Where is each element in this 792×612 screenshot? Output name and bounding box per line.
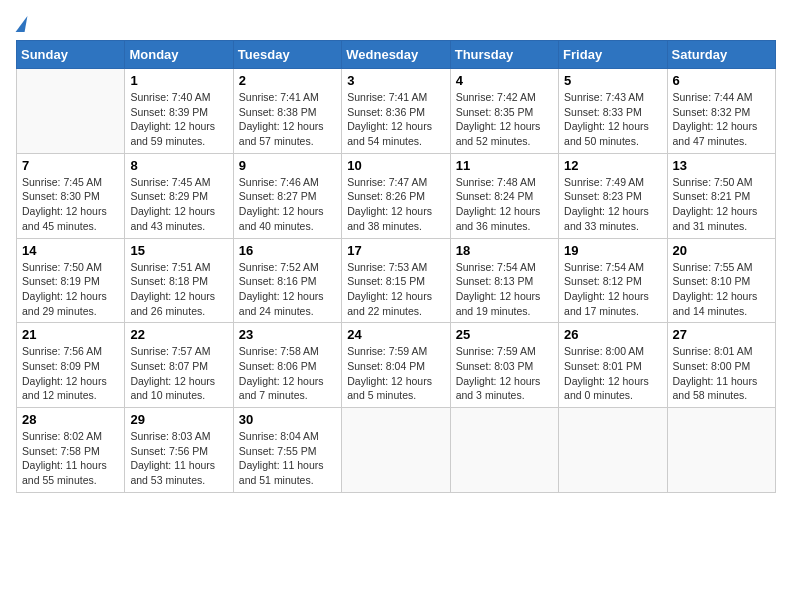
day-info: Sunrise: 7:41 AM Sunset: 8:36 PM Dayligh… [347,90,444,149]
day-number: 16 [239,243,336,258]
day-number: 13 [673,158,770,173]
calendar-cell: 3Sunrise: 7:41 AM Sunset: 8:36 PM Daylig… [342,69,450,154]
day-number: 1 [130,73,227,88]
day-info: Sunrise: 8:01 AM Sunset: 8:00 PM Dayligh… [673,344,770,403]
day-info: Sunrise: 8:00 AM Sunset: 8:01 PM Dayligh… [564,344,661,403]
logo [16,16,27,32]
calendar-table: SundayMondayTuesdayWednesdayThursdayFrid… [16,40,776,493]
day-number: 15 [130,243,227,258]
week-row-5: 28Sunrise: 8:02 AM Sunset: 7:58 PM Dayli… [17,408,776,493]
calendar-cell: 20Sunrise: 7:55 AM Sunset: 8:10 PM Dayli… [667,238,775,323]
day-info: Sunrise: 7:57 AM Sunset: 8:07 PM Dayligh… [130,344,227,403]
day-number: 26 [564,327,661,342]
calendar-cell: 17Sunrise: 7:53 AM Sunset: 8:15 PM Dayli… [342,238,450,323]
day-info: Sunrise: 7:59 AM Sunset: 8:03 PM Dayligh… [456,344,553,403]
calendar-cell: 2Sunrise: 7:41 AM Sunset: 8:38 PM Daylig… [233,69,341,154]
day-number: 27 [673,327,770,342]
day-number: 20 [673,243,770,258]
day-info: Sunrise: 8:04 AM Sunset: 7:55 PM Dayligh… [239,429,336,488]
day-header-friday: Friday [559,41,667,69]
day-info: Sunrise: 7:49 AM Sunset: 8:23 PM Dayligh… [564,175,661,234]
day-header-sunday: Sunday [17,41,125,69]
day-number: 24 [347,327,444,342]
calendar-cell: 25Sunrise: 7:59 AM Sunset: 8:03 PM Dayli… [450,323,558,408]
week-row-3: 14Sunrise: 7:50 AM Sunset: 8:19 PM Dayli… [17,238,776,323]
calendar-cell: 11Sunrise: 7:48 AM Sunset: 8:24 PM Dayli… [450,153,558,238]
day-header-tuesday: Tuesday [233,41,341,69]
day-info: Sunrise: 7:45 AM Sunset: 8:30 PM Dayligh… [22,175,119,234]
day-info: Sunrise: 7:53 AM Sunset: 8:15 PM Dayligh… [347,260,444,319]
day-number: 2 [239,73,336,88]
day-number: 30 [239,412,336,427]
calendar-cell: 26Sunrise: 8:00 AM Sunset: 8:01 PM Dayli… [559,323,667,408]
day-number: 28 [22,412,119,427]
calendar-cell: 9Sunrise: 7:46 AM Sunset: 8:27 PM Daylig… [233,153,341,238]
day-info: Sunrise: 7:50 AM Sunset: 8:21 PM Dayligh… [673,175,770,234]
calendar-cell: 6Sunrise: 7:44 AM Sunset: 8:32 PM Daylig… [667,69,775,154]
calendar-cell: 22Sunrise: 7:57 AM Sunset: 8:07 PM Dayli… [125,323,233,408]
day-number: 18 [456,243,553,258]
calendar-cell: 30Sunrise: 8:04 AM Sunset: 7:55 PM Dayli… [233,408,341,493]
day-info: Sunrise: 8:03 AM Sunset: 7:56 PM Dayligh… [130,429,227,488]
calendar-cell [450,408,558,493]
day-number: 25 [456,327,553,342]
calendar-cell: 4Sunrise: 7:42 AM Sunset: 8:35 PM Daylig… [450,69,558,154]
calendar-cell: 7Sunrise: 7:45 AM Sunset: 8:30 PM Daylig… [17,153,125,238]
day-number: 23 [239,327,336,342]
calendar-cell: 29Sunrise: 8:03 AM Sunset: 7:56 PM Dayli… [125,408,233,493]
day-info: Sunrise: 7:58 AM Sunset: 8:06 PM Dayligh… [239,344,336,403]
day-info: Sunrise: 7:51 AM Sunset: 8:18 PM Dayligh… [130,260,227,319]
day-info: Sunrise: 7:55 AM Sunset: 8:10 PM Dayligh… [673,260,770,319]
day-number: 21 [22,327,119,342]
day-header-wednesday: Wednesday [342,41,450,69]
calendar-cell [17,69,125,154]
day-info: Sunrise: 8:02 AM Sunset: 7:58 PM Dayligh… [22,429,119,488]
calendar-cell [667,408,775,493]
day-number: 5 [564,73,661,88]
calendar-cell: 18Sunrise: 7:54 AM Sunset: 8:13 PM Dayli… [450,238,558,323]
calendar-cell: 5Sunrise: 7:43 AM Sunset: 8:33 PM Daylig… [559,69,667,154]
day-info: Sunrise: 7:59 AM Sunset: 8:04 PM Dayligh… [347,344,444,403]
day-info: Sunrise: 7:43 AM Sunset: 8:33 PM Dayligh… [564,90,661,149]
calendar-cell: 19Sunrise: 7:54 AM Sunset: 8:12 PM Dayli… [559,238,667,323]
day-number: 4 [456,73,553,88]
day-info: Sunrise: 7:44 AM Sunset: 8:32 PM Dayligh… [673,90,770,149]
day-number: 10 [347,158,444,173]
day-info: Sunrise: 7:54 AM Sunset: 8:13 PM Dayligh… [456,260,553,319]
day-info: Sunrise: 7:52 AM Sunset: 8:16 PM Dayligh… [239,260,336,319]
day-number: 22 [130,327,227,342]
day-info: Sunrise: 7:41 AM Sunset: 8:38 PM Dayligh… [239,90,336,149]
calendar-cell [559,408,667,493]
day-info: Sunrise: 7:45 AM Sunset: 8:29 PM Dayligh… [130,175,227,234]
calendar-header-row: SundayMondayTuesdayWednesdayThursdayFrid… [17,41,776,69]
logo-brand [16,16,27,32]
calendar-cell: 1Sunrise: 7:40 AM Sunset: 8:39 PM Daylig… [125,69,233,154]
day-header-saturday: Saturday [667,41,775,69]
day-header-thursday: Thursday [450,41,558,69]
day-info: Sunrise: 7:54 AM Sunset: 8:12 PM Dayligh… [564,260,661,319]
day-number: 19 [564,243,661,258]
day-number: 9 [239,158,336,173]
day-info: Sunrise: 7:40 AM Sunset: 8:39 PM Dayligh… [130,90,227,149]
day-header-monday: Monday [125,41,233,69]
day-info: Sunrise: 7:56 AM Sunset: 8:09 PM Dayligh… [22,344,119,403]
calendar-cell: 13Sunrise: 7:50 AM Sunset: 8:21 PM Dayli… [667,153,775,238]
week-row-4: 21Sunrise: 7:56 AM Sunset: 8:09 PM Dayli… [17,323,776,408]
calendar-cell: 15Sunrise: 7:51 AM Sunset: 8:18 PM Dayli… [125,238,233,323]
calendar-cell: 24Sunrise: 7:59 AM Sunset: 8:04 PM Dayli… [342,323,450,408]
header [16,16,776,32]
day-info: Sunrise: 7:42 AM Sunset: 8:35 PM Dayligh… [456,90,553,149]
day-number: 6 [673,73,770,88]
day-info: Sunrise: 7:48 AM Sunset: 8:24 PM Dayligh… [456,175,553,234]
day-number: 17 [347,243,444,258]
calendar-cell: 14Sunrise: 7:50 AM Sunset: 8:19 PM Dayli… [17,238,125,323]
calendar-cell: 28Sunrise: 8:02 AM Sunset: 7:58 PM Dayli… [17,408,125,493]
calendar-cell [342,408,450,493]
day-number: 3 [347,73,444,88]
calendar-cell: 21Sunrise: 7:56 AM Sunset: 8:09 PM Dayli… [17,323,125,408]
day-info: Sunrise: 7:47 AM Sunset: 8:26 PM Dayligh… [347,175,444,234]
calendar-cell: 8Sunrise: 7:45 AM Sunset: 8:29 PM Daylig… [125,153,233,238]
day-number: 11 [456,158,553,173]
calendar-cell: 10Sunrise: 7:47 AM Sunset: 8:26 PM Dayli… [342,153,450,238]
day-info: Sunrise: 7:46 AM Sunset: 8:27 PM Dayligh… [239,175,336,234]
